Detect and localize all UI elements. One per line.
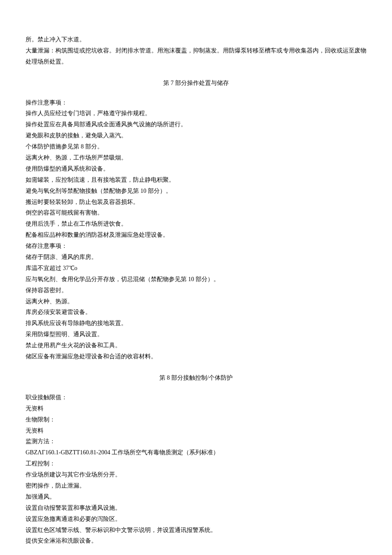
section7-line: 避免眼和皮肤的接触，避免吸入蒸汽。 — [26, 130, 366, 141]
section7-line: 储区应备有泄漏应急处理设备和合适的收容材料。 — [26, 351, 366, 362]
section7-line: 储存注意事项： — [26, 241, 366, 252]
section-8-title: 第 8 部分接触控制/个体防护 — [26, 372, 366, 384]
section8-line: 作业场所建议与其它作业场所分开。 — [26, 469, 366, 480]
section7-line: 使用防爆型的通风系统和设备。 — [26, 163, 366, 174]
section7-line: 库温不宜超过 37℃o — [26, 263, 366, 274]
section8-line: 生物限制： — [26, 414, 366, 425]
section7-line: 倒空的容器可能残留有害物。 — [26, 207, 366, 218]
section7-line: 操作处置应在具备局部通风或全面通风换气设施的场所进行。 — [26, 119, 366, 130]
section7-line: 搬运时要轻装轻卸，防止包装及容器损坏。 — [26, 197, 366, 208]
section7-line: 使用后洗手，禁止在工作场所进饮食。 — [26, 218, 366, 230]
section8-line: 监测方法： — [26, 436, 366, 447]
section-8-body: 职业接触限值：无资料生物限制：无资料监测方法：GBZΛΓ160.1-GBZTT1… — [26, 392, 366, 546]
section7-line: 个体防护措施参见第 8 部分。 — [26, 141, 366, 152]
section8-line: 无资料 — [26, 403, 366, 414]
section8-line: 工程控制： — [26, 458, 366, 469]
section8-line: 设置应急撤离通道和必要的泻险区。 — [26, 514, 366, 525]
section7-line: 操作人员应经过专门培训，严格遵守操作规程。 — [26, 108, 366, 119]
section8-line: 无资料 — [26, 425, 366, 436]
section8-line: 提供安全淋浴和洗眼设备。 — [26, 535, 366, 546]
section-7-title: 第 7 部分操作处置与储存 — [26, 78, 366, 89]
section7-line: 保持容器密封。 — [26, 285, 366, 296]
section8-line: 设置红色区域警示线、警示标识和中文警示说明，并设置通讯报警系统。 — [26, 525, 366, 536]
section7-line: 应与氧化剂、食用化学品分开存放，切忌混储（禁配物参见第 10 部分）。 — [26, 274, 366, 285]
section7-line: 禁止使用易产生火花的设备和工具。 — [26, 340, 366, 351]
section7-line: 避免与氧化剂等禁配物接触（禁配物参见第 10 部分）。 — [26, 186, 366, 197]
section8-line: 职业接触限值： — [26, 392, 366, 403]
section7-line: 操作注意事项： — [26, 97, 366, 108]
section7-line: 远离火种、热源，工作场所严禁吸烟。 — [26, 152, 366, 163]
section8-line: 密闭操作，防止泄漏。 — [26, 480, 366, 491]
section7-line: 库房必须安装避雷设备。 — [26, 307, 366, 318]
section7-line: 储存于阴凉、通风的库房。 — [26, 252, 366, 263]
intro-line-1: 所。禁止冲入下水道。 — [26, 34, 366, 45]
section8-line: 设置自动报警装置和事故通风设施。 — [26, 503, 366, 514]
intro-line-2: 大量泄漏：构筑围堤或挖坑收容。封闭排水管道。用泡沫覆盖，抑制蒸发。用防爆泵转移至… — [26, 45, 366, 67]
section-7-body: 操作注意事项：操作人员应经过专门培训，严格遵守操作规程。操作处置应在具备局部通风… — [26, 97, 366, 362]
section8-line: 加强通风。 — [26, 491, 366, 503]
section7-line: 远离火种、热源。 — [26, 296, 366, 307]
section7-line: 排风系统应设有导除静电的接地装置。 — [26, 318, 366, 329]
section7-line: 采用防爆型照明、通风设置。 — [26, 329, 366, 340]
section7-line: 如需罐装，应控制流速，且有接地装置，防止静电积聚。 — [26, 174, 366, 186]
section7-line: 配备相应品种和数量的消防器材及泄漏应急处理设备。 — [26, 230, 366, 241]
section8-line: GBZΛΓ160.1-GBZTT160.81-2004 工作场所空气有毒物质测定… — [26, 447, 366, 458]
